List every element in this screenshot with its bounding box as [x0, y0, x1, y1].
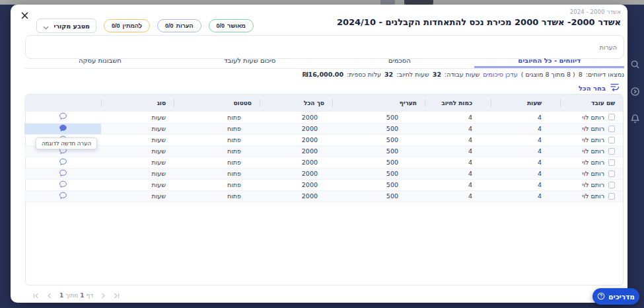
billable-hours-value: 32: [384, 71, 393, 78]
header-type: סוג: [101, 95, 174, 112]
select-all-button[interactable]: בחר הכל: [579, 83, 620, 93]
currency-dropdown[interactable]: מטבע מקורי: [36, 19, 96, 33]
tab-reports-all-charges[interactable]: דיווחים - כל החיובים: [474, 56, 624, 68]
total-cell: 2000: [260, 179, 332, 190]
total-cell: 2000: [260, 123, 332, 134]
billable-qty-cell: 4: [425, 134, 491, 145]
total-cell: 2000: [260, 168, 332, 179]
billable-qty-cell: 4: [425, 123, 491, 134]
type-cell: שעות: [101, 123, 174, 134]
work-hours-label: שעות עבודה:: [445, 71, 480, 78]
comment-bubble-icon[interactable]: [59, 169, 67, 177]
rate-cell: 500: [332, 123, 425, 134]
total-cell: 2000: [260, 145, 332, 157]
hours-cell: 4: [491, 168, 560, 179]
comment-bubble-icon[interactable]: [59, 158, 67, 166]
total-cell: 2000: [260, 112, 332, 123]
hours-cell: 4: [491, 134, 560, 145]
row-checkbox[interactable]: [608, 159, 615, 166]
billable-hours-label: שעות לחיוב:: [396, 71, 429, 78]
currency-dropdown-value: מטבע מקורי: [54, 22, 90, 30]
tab-transaction-accounts[interactable]: חשבונות עסקה: [25, 56, 175, 68]
row-checkbox[interactable]: [608, 148, 615, 155]
hours-cell: 4: [491, 157, 560, 168]
status-cell: פתוח: [174, 168, 260, 179]
status-cell: פתוח: [174, 190, 260, 202]
row-checkbox[interactable]: [608, 114, 615, 120]
tab-hours-summary-per-employee[interactable]: סיכום שעות לעובד: [175, 56, 325, 68]
pill-approved-button[interactable]: מאושר 0/0: [209, 19, 254, 32]
rate-cell: 500: [332, 168, 425, 179]
question-circle-icon: [597, 292, 605, 301]
update-summaries-link[interactable]: עדכן סיכומים: [483, 71, 518, 78]
row-checkbox[interactable]: [608, 126, 615, 132]
rate-cell: 500: [332, 157, 425, 168]
billing-modal: אשדר 2000 - 2024 אשדר 2000- אשדר 2000 מכ…: [11, 5, 627, 303]
hours-cell: 4: [491, 190, 560, 202]
rate-cell: 500: [332, 190, 425, 202]
type-cell: שעות: [101, 134, 174, 145]
status-cell: פתוח: [174, 134, 260, 145]
rate-cell: 500: [332, 134, 425, 145]
tab-agreements[interactable]: הסכמים: [325, 56, 475, 68]
status-cell: פתוח: [174, 145, 260, 157]
status-cell: פתוח: [174, 157, 260, 168]
work-hours-value: 32: [433, 71, 441, 78]
employee-name: רותם לוי: [582, 114, 604, 121]
charges-table: שם עובד שעות כמות לחיוב תעריף סך הכל סטט…: [25, 94, 624, 286]
comment-bubble-icon[interactable]: [59, 112, 67, 120]
notes-input-label: הערות: [600, 44, 617, 51]
pill-comments-button[interactable]: הערות 0/0: [157, 19, 201, 32]
header-billable-qty: כמות לחיוב: [425, 95, 491, 112]
app-side-toolbar: [628, 59, 641, 124]
prev-page-icon[interactable]: [47, 293, 52, 299]
header-employee-name: שם עובד: [560, 95, 623, 112]
total-cell: 2000: [260, 134, 332, 145]
desktop-top-strip: [0, 0, 644, 5]
total-cell: 2000: [260, 157, 332, 168]
type-cell: שעות: [101, 145, 174, 157]
last-page-icon[interactable]: [114, 293, 120, 299]
table-row: רותם לוי 4 4 500 2000 פתוח שעות: [24, 168, 623, 179]
page-title: אשדר 2000- אשדר 2000 מכירת נכס להתאחדות …: [337, 17, 621, 27]
found-reports-label: נמצאו דיווחים:: [586, 71, 624, 78]
next-page-icon[interactable]: [101, 293, 106, 299]
row-checkbox[interactable]: [608, 193, 615, 200]
comment-cell: [24, 157, 101, 168]
bell-icon[interactable]: [630, 114, 640, 124]
comment-cell: [24, 123, 101, 134]
row-checkbox[interactable]: [608, 182, 615, 188]
rate-cell: 500: [332, 145, 425, 157]
employee-name: רותם לוי: [582, 192, 604, 200]
employee-name: רותם לוי: [582, 136, 604, 143]
comment-bubble-icon[interactable]: [59, 180, 67, 188]
employee-name: רותם לוי: [582, 181, 604, 188]
hours-cell: 4: [491, 123, 560, 134]
row-checkbox[interactable]: [608, 171, 615, 177]
employee-name: רותם לוי: [582, 147, 604, 155]
type-cell: שעות: [101, 190, 174, 202]
comment-bubble-icon[interactable]: [59, 124, 67, 132]
row-checkbox[interactable]: [608, 137, 615, 143]
employee-name: רותם לוי: [582, 170, 604, 177]
pill-waiting-button[interactable]: להמתין 0/0: [104, 19, 150, 32]
help-circle-icon[interactable]: [630, 87, 640, 96]
search-icon[interactable]: [630, 59, 640, 69]
billable-qty-cell: 4: [425, 145, 491, 157]
comment-cell: [24, 179, 101, 190]
comment-bubble-icon[interactable]: [59, 192, 67, 200]
table-row: רותם לוי 4 4 500 2000 פתוח שעות: [24, 179, 623, 190]
pill-comments-count: 0/0: [165, 22, 174, 29]
total-cell: 2000: [260, 190, 332, 202]
guides-button[interactable]: מדריכים: [592, 288, 639, 305]
type-cell: שעות: [101, 179, 174, 190]
first-page-icon[interactable]: [33, 293, 39, 299]
billable-qty-cell: 4: [425, 168, 491, 179]
type-cell: שעות: [101, 157, 174, 168]
pill-waiting-count: 0/0: [112, 22, 120, 29]
close-icon[interactable]: [19, 11, 28, 20]
status-toolbar: מטבע מקורי להמתין 0/0 הערות 0/0 מאושר 0/…: [36, 19, 254, 33]
employee-name: רותם לוי: [582, 125, 604, 132]
comment-cell: [24, 190, 101, 202]
header-hours: שעות: [491, 95, 560, 112]
